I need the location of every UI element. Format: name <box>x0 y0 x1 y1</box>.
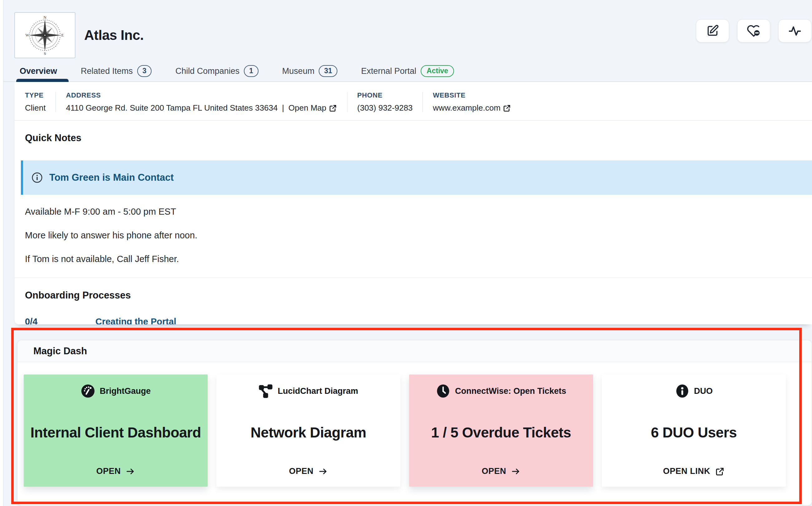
open-link-label: OPEN LINK <box>663 467 710 476</box>
unfollow-button[interactable] <box>737 19 770 43</box>
svg-text:N: N <box>43 15 46 20</box>
quick-notes-section: Quick Notes Tom Green is Main Contact Av… <box>15 120 812 264</box>
info-website: WEBSITE www.example.com <box>433 91 511 113</box>
company-logo: N W E S <box>14 12 75 58</box>
company-info-bar: TYPE Client ADDRESS 4110 George Rd. Suit… <box>15 82 812 120</box>
compass-rose-icon: N W E S <box>25 15 65 55</box>
info-type: TYPE Client <box>25 91 46 113</box>
divider <box>423 92 423 112</box>
phone-value: (303) 932-9283 <box>357 103 413 113</box>
svg-text:E: E <box>61 33 64 37</box>
tab-label: Related Items <box>81 66 133 76</box>
tab-label: Child Companies <box>175 66 239 76</box>
tab-museum[interactable]: Museum 31 <box>282 65 338 77</box>
website-value: www.example.com <box>433 103 501 113</box>
arrow-right-icon <box>318 467 328 476</box>
external-link-icon <box>503 104 511 112</box>
open-label: OPEN <box>482 467 506 476</box>
magic-dash-tiles: BrightGauge Internal Client Dashboard OP… <box>17 362 812 487</box>
separator: | <box>281 103 285 113</box>
tile-open-link-action[interactable]: OPEN LINK <box>663 467 725 476</box>
dash-tile-lucidchart[interactable]: LucidChart Diagram Network Diagram OPEN <box>216 374 400 487</box>
note-line: Available M-F 9:00 am - 5:00 pm EST <box>25 206 812 217</box>
magic-dash-header: Magic Dash <box>17 340 812 362</box>
note-line: More likely to answer his phone after no… <box>25 230 812 241</box>
tab-child-companies[interactable]: Child Companies 1 <box>175 65 258 77</box>
tile-source-label: LucidChart Diagram <box>278 386 358 396</box>
arrow-right-icon <box>126 467 135 476</box>
active-tab-indicator <box>16 79 69 82</box>
tab-bar: Overview Related Items 3 Child Companies… <box>3 61 812 82</box>
quick-notes-title: Quick Notes <box>25 133 812 144</box>
count-badge: 1 <box>244 65 259 77</box>
tab-overview[interactable]: Overview <box>20 66 57 76</box>
info-circle-outline-icon <box>31 172 43 183</box>
tile-title: Network Diagram <box>251 424 366 441</box>
tile-source-label: ConnectWise: Open Tickets <box>455 386 566 396</box>
tile-title: Internal Client Dashboard <box>30 424 201 441</box>
tab-related-items[interactable]: Related Items 3 <box>81 65 152 77</box>
dash-tile-brightgauge[interactable]: BrightGauge Internal Client Dashboard OP… <box>24 374 208 487</box>
gauge-icon <box>81 384 95 398</box>
notes-body: Available M-F 9:00 am - 5:00 pm EST More… <box>25 206 812 264</box>
info-circle-icon <box>675 384 689 398</box>
heart-minus-icon <box>747 24 760 38</box>
tab-external-portal[interactable]: External Portal Active <box>361 65 454 77</box>
header-actions <box>696 19 811 43</box>
info-phone: PHONE (303) 932-9283 <box>357 91 413 113</box>
process-link[interactable]: Creating the Portal <box>95 317 176 324</box>
dash-tile-duo[interactable]: DUO 6 DUO Users OPEN LINK <box>602 374 786 487</box>
tab-label: Overview <box>20 66 57 76</box>
overview-panel: TYPE Client ADDRESS 4110 George Rd. Suit… <box>15 82 812 324</box>
sidebar-edge <box>0 0 3 506</box>
content-area: N W E S Atlas Inc. <box>3 0 812 506</box>
divider <box>56 92 56 112</box>
count-badge: 31 <box>319 65 338 77</box>
activity-button[interactable] <box>778 19 811 43</box>
note-line: If Tom is not available, Call Jeff Fishe… <box>25 254 812 264</box>
edit-button[interactable] <box>696 19 729 43</box>
address-value: 4110 George Rd. Suite 200 Tampa FL Unite… <box>66 103 278 113</box>
company-overview-page: N W E S Atlas Inc. <box>0 0 812 506</box>
external-link-icon <box>715 467 725 476</box>
external-link-icon <box>329 104 337 112</box>
tile-title: 1 / 5 Overdue Tickets <box>431 424 571 441</box>
arrow-right-icon <box>511 467 520 476</box>
edit-pencil-square-icon <box>706 24 719 37</box>
clock-icon <box>436 384 450 398</box>
type-value: Client <box>25 103 46 113</box>
info-address: ADDRESS 4110 George Rd. Suite 200 Tampa … <box>66 91 337 113</box>
page-title: Atlas Inc. <box>84 27 144 43</box>
tile-open-action[interactable]: OPEN <box>289 467 328 476</box>
company-header: N W E S Atlas Inc. <box>3 0 812 61</box>
open-label: OPEN <box>289 467 314 476</box>
website-link[interactable]: www.example.com <box>433 103 511 113</box>
activity-pulse-icon <box>788 24 802 38</box>
network-nodes-icon <box>259 384 273 398</box>
onboarding-section: Onboarding Processes 0/4 Creating the Po… <box>15 278 812 324</box>
divider <box>347 92 347 112</box>
dash-tile-connectwise[interactable]: ConnectWise: Open Tickets 1 / 5 Overdue … <box>409 374 593 487</box>
tile-source-label: BrightGauge <box>100 386 151 396</box>
magic-dash-panel: Magic Dash <box>17 340 812 506</box>
open-map-link[interactable]: Open Map <box>288 103 337 113</box>
tile-open-action[interactable]: OPEN <box>96 467 135 476</box>
callout-text: Tom Green is Main Contact <box>49 172 174 183</box>
website-label: WEBSITE <box>433 91 511 99</box>
svg-text:W: W <box>25 33 29 37</box>
type-label: TYPE <box>25 91 46 99</box>
tile-title: 6 DUO Users <box>651 424 737 441</box>
phone-label: PHONE <box>357 91 413 99</box>
onboarding-title: Onboarding Processes <box>25 290 812 301</box>
tab-label: Museum <box>282 66 315 76</box>
tile-open-action[interactable]: OPEN <box>482 467 521 476</box>
count-badge: 3 <box>137 65 152 77</box>
open-label: OPEN <box>96 467 121 476</box>
tab-label: External Portal <box>361 66 416 76</box>
address-label: ADDRESS <box>66 91 337 99</box>
process-row: 0/4 Creating the Portal <box>25 317 812 324</box>
open-map-label: Open Map <box>288 103 326 113</box>
svg-text:S: S <box>44 51 46 55</box>
status-badge: Active <box>421 65 454 77</box>
process-progress: 0/4 <box>25 317 95 324</box>
